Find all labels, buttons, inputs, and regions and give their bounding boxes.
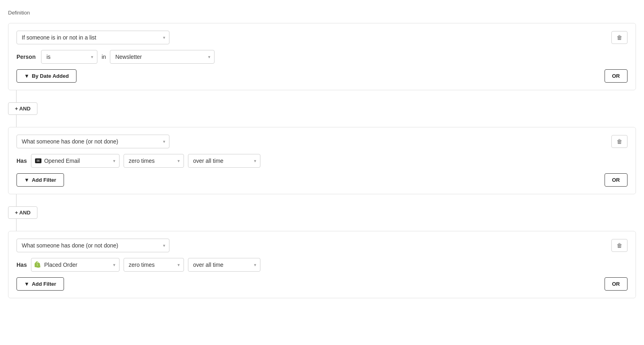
- filter-icon: ▼: [24, 73, 29, 79]
- condition-type-select-3[interactable]: What someone has done (or not done): [17, 239, 169, 252]
- by-date-added-button[interactable]: ▼ By Date Added: [17, 69, 76, 83]
- page-title: Definition: [8, 10, 636, 16]
- condition-type-select-2[interactable]: What someone has done (or not done): [17, 135, 169, 148]
- or-button-1[interactable]: OR: [605, 69, 628, 83]
- condition-block-3: What someone has done (or not done) ▾ 🗑 …: [8, 231, 636, 298]
- add-filter-label-3: Add Filter: [32, 281, 56, 287]
- or-button-2[interactable]: OR: [605, 173, 628, 187]
- has-label-3: Has: [17, 262, 27, 268]
- trash-icon: 🗑: [617, 34, 622, 41]
- and-button-1[interactable]: + AND: [8, 102, 37, 115]
- delete-condition-1-button[interactable]: 🗑: [611, 31, 627, 44]
- condition-block-2: What someone has done (or not done) ▾ 🗑 …: [8, 127, 636, 194]
- event-select-3[interactable]: Opened Email Placed Order Clicked Email: [31, 258, 120, 272]
- times-select-2[interactable]: zero times at least once: [124, 154, 184, 168]
- period-select-3[interactable]: over all time in the last 30 days: [188, 258, 260, 272]
- period-select-2[interactable]: over all time in the last 30 days: [188, 154, 260, 168]
- filter-icon-3: ▼: [24, 281, 29, 287]
- trash-icon-3: 🗑: [617, 242, 622, 249]
- filter-icon-2: ▼: [24, 177, 29, 183]
- times-select-3[interactable]: zero times at least once: [124, 258, 184, 272]
- by-date-added-label: By Date Added: [32, 73, 69, 79]
- and-button-2[interactable]: + AND: [8, 206, 37, 219]
- list-select[interactable]: Newsletter Subscribers VIP: [110, 50, 215, 64]
- has-label-2: Has: [17, 158, 27, 164]
- in-label: in: [101, 54, 106, 60]
- delete-condition-2-button[interactable]: 🗑: [611, 135, 627, 148]
- trash-icon-2: 🗑: [617, 138, 622, 145]
- add-filter-label-2: Add Filter: [32, 177, 56, 183]
- add-filter-button-3[interactable]: ▼ Add Filter: [17, 277, 64, 291]
- condition-block-1: If someone is in or not in a list ▾ 🗑 Pe…: [8, 23, 636, 90]
- or-button-3[interactable]: OR: [605, 277, 628, 291]
- condition-type-select-1[interactable]: If someone is in or not in a list: [17, 31, 169, 44]
- person-is-select[interactable]: is is not: [41, 50, 97, 64]
- delete-condition-3-button[interactable]: 🗑: [611, 239, 627, 252]
- person-label: Person: [17, 54, 35, 60]
- add-filter-button-2[interactable]: ▼ Add Filter: [17, 173, 64, 187]
- event-select-2[interactable]: Opened Email Placed Order Clicked Email: [31, 154, 120, 168]
